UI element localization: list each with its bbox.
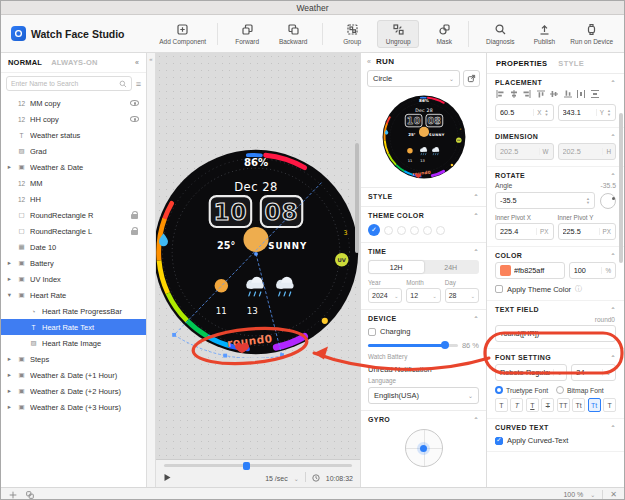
collapse-chevron-icon[interactable]: ⌃ — [474, 193, 479, 200]
font-style-button[interactable]: T — [541, 398, 554, 412]
24h-option[interactable]: 24H — [424, 261, 479, 273]
layer-row[interactable]: ▸ ▣ UV Index — [1, 271, 146, 287]
collapse-chevron-icon[interactable]: ⌃ — [474, 315, 479, 322]
layer-expand-caret[interactable]: ▸ — [6, 163, 13, 171]
zoom-caret-icon[interactable]: ⌄ — [590, 491, 595, 498]
collapse-chevron-icon[interactable]: ⌃ — [611, 424, 616, 431]
align-middle-v-icon[interactable] — [549, 89, 559, 99]
open-preview-button[interactable] — [463, 70, 480, 87]
collapse-chevron-icon[interactable]: ⌃ — [611, 354, 616, 361]
theme-swatch[interactable] — [397, 226, 406, 235]
text-field-input[interactable] — [495, 325, 616, 342]
collapse-chevron-icon[interactable]: ⌃ — [474, 248, 479, 255]
mask-button[interactable]: Mask — [423, 21, 465, 47]
font-style-button[interactable]: T — [603, 398, 616, 412]
backward-button[interactable]: Backward — [272, 21, 314, 47]
search-input[interactable] — [11, 80, 116, 87]
theme-swatch-selected[interactable]: ✓ — [368, 224, 380, 236]
lock-icon[interactable] — [131, 214, 138, 219]
layer-expand-caret[interactable]: ▸ — [6, 259, 13, 267]
gyro-pad[interactable] — [405, 429, 443, 467]
tab-normal[interactable]: NORMAL — [8, 58, 42, 67]
12h-option[interactable]: 12H — [369, 261, 424, 273]
layer-row[interactable]: ▨ Heart Rate Image — [1, 335, 146, 351]
collapse-chevron-icon[interactable]: ⌃ — [611, 172, 616, 179]
run-collapse-icon[interactable]: « — [367, 58, 371, 65]
layer-row[interactable]: ▸ ▣ Battery — [1, 255, 146, 271]
collapse-chevron-icon[interactable]: ⌃ — [474, 212, 479, 219]
layer-row[interactable]: ▨ Grad — [1, 143, 146, 159]
add-layer-icon[interactable] — [8, 490, 18, 500]
ungroup-button[interactable]: Ungroup — [377, 20, 419, 48]
layer-row[interactable]: ▦ Date 10 — [1, 239, 146, 255]
layer-expand-caret[interactable]: ▾ — [6, 291, 13, 299]
battery-slider[interactable] — [368, 344, 458, 347]
layer-row[interactable]: ▸ ▣ Steps — [1, 351, 146, 367]
collapse-chevron-icon[interactable]: ⌃ — [611, 306, 616, 313]
close-zoom-icon[interactable]: ✕ — [610, 490, 617, 499]
truetype-radio[interactable]: Truetype Font — [495, 386, 548, 394]
tab-properties[interactable]: PROPERTIES — [496, 59, 547, 68]
font-style-button[interactable]: T — [495, 398, 508, 412]
font-style-button[interactable]: TT — [557, 398, 570, 412]
battery-slider-thumb[interactable] — [441, 341, 449, 349]
layer-row[interactable]: 12 MM — [1, 175, 146, 191]
language-select[interactable]: English(USA) ⌄ — [368, 387, 479, 404]
align-center-h-icon[interactable] — [509, 89, 519, 99]
canvas-vertical-scrollbar[interactable] — [355, 83, 359, 413]
layer-row[interactable]: T Weather status — [1, 127, 146, 143]
collapse-chevron-icon[interactable]: ⌃ — [474, 416, 479, 423]
add-group-icon[interactable] — [25, 490, 35, 500]
distribute-h-icon[interactable] — [576, 89, 586, 99]
scrollbar-thumb[interactable] — [355, 143, 359, 253]
layer-expand-caret[interactable]: ▸ — [6, 355, 13, 363]
layer-row[interactable]: ◔ Heart Rate ProgressBar — [1, 303, 146, 319]
layer-row[interactable]: ▸ ▣ Weather & Date — [1, 159, 146, 175]
run-on-device-button[interactable]: Run on Device — [567, 21, 616, 47]
layer-row[interactable]: ▾ ▣ Heart Rate — [1, 287, 146, 303]
y-position-input[interactable]: 343.1 Y ▲▼ — [558, 104, 617, 121]
layer-expand-caret[interactable]: ▸ — [6, 387, 13, 395]
design-canvas[interactable] — [156, 53, 360, 459]
theme-swatch[interactable] — [436, 226, 445, 235]
panel-collapse-icon[interactable]: « — [135, 59, 139, 66]
watch-face-preview[interactable] — [156, 146, 360, 358]
align-left-icon[interactable] — [495, 89, 505, 99]
font-style-button[interactable]: T — [510, 398, 523, 412]
collapse-chevron-icon[interactable]: ⌃ — [611, 133, 616, 140]
hex-color-input[interactable]: #fb825aff — [495, 262, 565, 279]
layer-filter-icon[interactable]: ≡ — [136, 79, 141, 89]
timeline-track[interactable] — [164, 464, 352, 467]
lock-icon[interactable] — [131, 230, 138, 235]
tab-style[interactable]: STYLE — [558, 59, 584, 68]
layer-row[interactable]: ▢ RoundRectangle L — [1, 223, 146, 239]
layer-expand-caret[interactable]: ▸ — [6, 275, 13, 283]
forward-button[interactable]: Forward — [226, 21, 268, 47]
font-style-button[interactable]: Tt — [572, 398, 585, 412]
year-select[interactable]: 2024⌄ — [368, 288, 402, 303]
layer-row[interactable]: 12 HH — [1, 191, 146, 207]
play-icon[interactable] — [163, 473, 172, 482]
fps-dropdown[interactable]: 15 /sec — [265, 475, 288, 482]
align-bottom-icon[interactable] — [563, 89, 573, 99]
layer-expand-caret[interactable]: ▸ — [6, 403, 13, 411]
angle-dial[interactable] — [600, 193, 616, 209]
panel-splitter[interactable]: « — [147, 53, 156, 487]
distribute-v-icon[interactable] — [590, 89, 600, 99]
theme-swatch[interactable] — [410, 226, 419, 235]
publish-button[interactable]: Publish — [523, 21, 565, 47]
collapse-chevron-icon[interactable]: « — [149, 56, 152, 62]
layer-row[interactable]: ▸ ▣ Weather & Date (+2 Hours) — [1, 383, 146, 399]
charging-checkbox[interactable] — [368, 328, 376, 336]
add-component-button[interactable]: Add Component — [156, 21, 209, 47]
align-right-icon[interactable] — [522, 89, 532, 99]
opacity-input[interactable]: 100 % — [569, 262, 616, 279]
gyro-dot[interactable] — [420, 445, 427, 452]
apply-theme-checkbox[interactable] — [495, 285, 503, 293]
shape-select[interactable]: Circle ⌄ — [367, 70, 460, 87]
font-family-select[interactable]: Roboto-Regular ⌄ — [495, 364, 567, 381]
bitmap-radio[interactable]: Bitmap Font — [556, 386, 604, 394]
scrollbar-thumb[interactable] — [619, 113, 623, 263]
visibility-eye-icon[interactable] — [130, 116, 139, 122]
align-top-icon[interactable] — [536, 89, 546, 99]
